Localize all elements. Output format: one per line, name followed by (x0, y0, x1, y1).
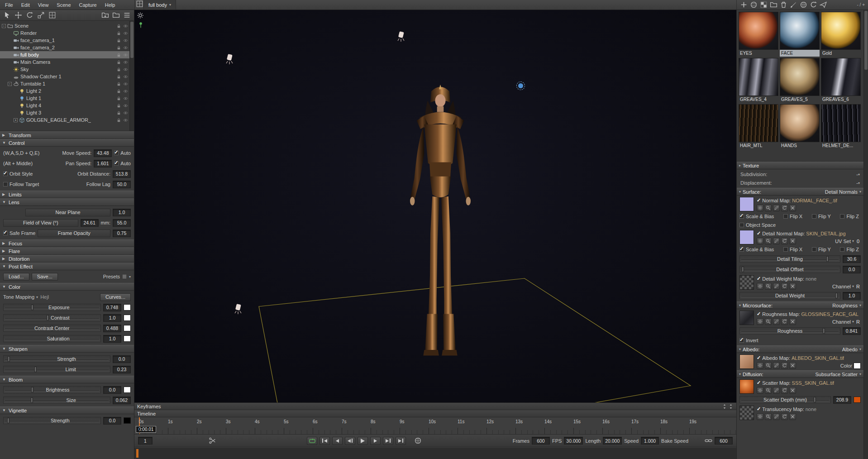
tree-item-scene[interactable]: −Scene (0, 22, 129, 29)
frame-number-field[interactable]: 1 (138, 437, 153, 445)
section-limits[interactable]: ▶Limits (0, 191, 134, 198)
pencil-icon[interactable] (773, 205, 780, 211)
slider-handle[interactable] (47, 315, 49, 320)
exposure-slider[interactable]: Exposure0.748 (3, 303, 131, 312)
material-greaves-6[interactable]: GREAVES_6 (821, 58, 861, 103)
limit-value[interactable]: 0.23 (113, 366, 131, 373)
limit-slider[interactable]: Limit0.23 (3, 365, 131, 374)
viewport-tab[interactable]: full body ▾ (143, 0, 176, 10)
section-albedo[interactable]: ▾Albedo:Albedo▾ (737, 345, 863, 353)
section-sharpen[interactable]: ▼Sharpen (0, 345, 134, 353)
prev-key-button[interactable] (332, 437, 343, 445)
search-icon[interactable] (765, 387, 772, 394)
exposure-swatch[interactable] (124, 304, 131, 311)
eye-icon[interactable] (123, 81, 128, 86)
gear-icon[interactable] (757, 205, 763, 211)
tree-item-face-camera-1[interactable]: face_camera_1 (0, 37, 129, 44)
invert-checkbox[interactable]: Invert (739, 338, 758, 343)
scene-tree-scrollbar[interactable] (129, 21, 134, 131)
save-button[interactable]: Save... (32, 273, 58, 281)
menu-file[interactable]: File (1, 0, 17, 10)
section-distortion[interactable]: ▶Distortion (0, 255, 134, 263)
slider-handle[interactable] (31, 305, 33, 310)
flip-y-checkbox[interactable]: Flip Y (812, 214, 831, 219)
eye-icon[interactable] (123, 96, 128, 101)
slider-handle[interactable] (31, 387, 33, 392)
material-gold[interactable]: Gold (821, 12, 861, 57)
reload-icon[interactable] (781, 413, 788, 420)
delete-material-icon[interactable] (780, 1, 787, 9)
material-greaves-5[interactable]: GREAVES_5 (780, 58, 820, 103)
strength-value[interactable]: 0.0 (103, 417, 121, 425)
check-icon[interactable]: ✓ (757, 197, 761, 203)
pencil-icon[interactable] (773, 413, 780, 420)
scale-bias-checkbox[interactable]: Scale & Bias (739, 247, 774, 252)
lock-icon[interactable] (116, 31, 121, 36)
default-material-icon[interactable] (760, 1, 768, 9)
rotate-tool-icon[interactable] (26, 11, 33, 19)
pencil-icon[interactable] (773, 238, 780, 244)
tree-item-light-2[interactable]: Light 2 (0, 87, 129, 95)
curves-button[interactable]: Curves... (100, 293, 131, 301)
texture-thumbnail[interactable] (739, 230, 754, 244)
reload-icon[interactable] (781, 205, 788, 211)
timeline-header-bar[interactable]: Timeline (134, 410, 736, 417)
channel-dropdown[interactable]: Channel▾R (832, 319, 861, 325)
scroll-up-down-icon[interactable] (722, 404, 727, 409)
lock-icon[interactable] (116, 81, 121, 86)
mm-field[interactable]: 55.0 (113, 219, 131, 227)
snap-tool-icon[interactable] (48, 11, 56, 19)
flip-x-checkbox[interactable]: Flip X (783, 214, 802, 219)
pencil-icon[interactable] (773, 387, 780, 394)
check-icon[interactable]: ✓ (757, 230, 761, 236)
contrast-value[interactable]: 1.0 (103, 314, 121, 322)
link-icon[interactable] (705, 437, 712, 445)
slider-handle[interactable] (7, 418, 10, 423)
size-value[interactable]: 0.062 (113, 397, 131, 404)
contrast-slider[interactable]: Contrast1.0 (3, 313, 131, 322)
lock-icon[interactable] (116, 60, 121, 65)
section-surface[interactable]: ▾Surface:Detail Normals▾ (737, 188, 863, 196)
search-icon[interactable] (765, 238, 772, 244)
strength-slider[interactable]: Strength0.0 (3, 416, 131, 425)
scatter-depth-mm-value[interactable]: 208.9 (833, 396, 851, 404)
detail-tiling-slider[interactable]: Detail Tiling30.6 (739, 254, 861, 263)
menu-capture[interactable]: Capture (75, 0, 101, 10)
tree-item-render[interactable]: Render (0, 29, 129, 37)
scatter-depth-mm-slider[interactable]: Scatter Depth (mm)208.9 (739, 395, 861, 404)
outliner-filter-icon[interactable] (123, 11, 131, 19)
eye-icon[interactable] (123, 74, 128, 79)
tree-item-light-1[interactable]: Light 1 (0, 95, 129, 102)
step-forward-button[interactable] (370, 437, 381, 445)
field-of-view-box[interactable]: Field of View (°) (3, 219, 78, 227)
translate-tool-icon[interactable] (14, 11, 22, 19)
lock-icon[interactable] (116, 110, 121, 115)
color-widget[interactable]: Color (840, 363, 861, 369)
menu-edit[interactable]: Edit (17, 0, 34, 10)
slider-handle[interactable] (34, 367, 37, 372)
roughness-value[interactable]: 0.841 (843, 327, 861, 335)
scroll-up-down-icon[interactable] (728, 404, 734, 409)
auto-checkbox[interactable]: Auto (114, 161, 131, 166)
search-icon[interactable] (765, 283, 772, 290)
strength-slider[interactable]: Strength0.0 (3, 354, 131, 363)
orbit-distance-field[interactable]: 513.8 (113, 170, 131, 178)
scale-bias-checkbox[interactable]: Scale & Bias (739, 214, 774, 219)
loop-button[interactable] (307, 437, 317, 445)
auto-checkbox[interactable]: Auto (114, 150, 131, 156)
scrollbar-thumb[interactable] (864, 11, 868, 70)
search-icon[interactable] (765, 318, 772, 325)
environment-library-icon[interactable] (800, 1, 807, 9)
timeline-track[interactable] (134, 447, 736, 459)
next-key-button[interactable] (383, 437, 393, 445)
section-microsurface[interactable]: ▾Microsurface:Roughness▾ (737, 301, 863, 309)
material-hair-mtl[interactable]: HAIR_MTL (739, 104, 778, 149)
material-greaves-4[interactable]: GREAVES_4 (739, 58, 778, 103)
safe-frame-checkbox[interactable]: Safe Frame (3, 230, 35, 236)
tree-item-light-4[interactable]: Light 4 (0, 102, 129, 109)
track-clip[interactable] (136, 449, 138, 458)
lock-icon[interactable] (116, 38, 121, 43)
slider-handle[interactable] (31, 397, 33, 403)
saturation-value[interactable]: 1.0 (103, 335, 121, 343)
detail-tiling-value[interactable]: 30.6 (843, 255, 861, 263)
